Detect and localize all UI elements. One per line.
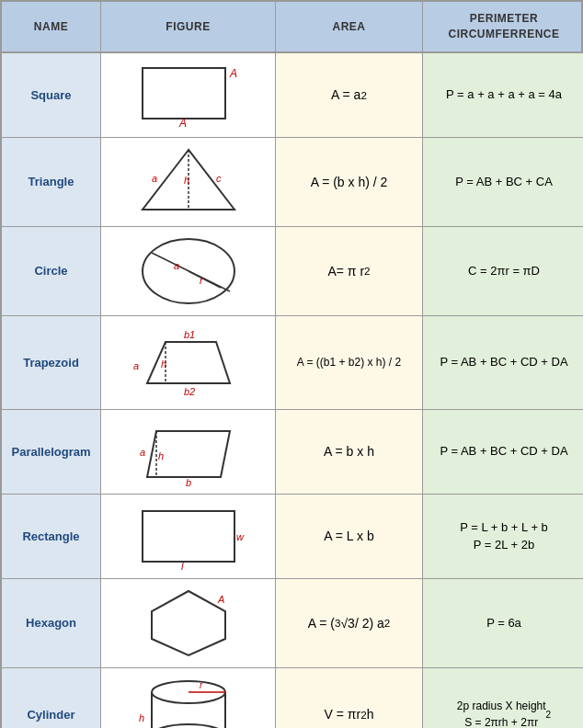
shape-name: Circle — [2, 227, 101, 315]
svg-text:A: A — [217, 594, 224, 605]
shape-figure: A A — [101, 53, 276, 137]
shape-figure: w l — [101, 495, 276, 578]
shape-perimeter: P = AB + BC + CA — [423, 138, 583, 226]
header-name: NAME — [2, 2, 101, 51]
shape-figure: r a — [101, 227, 276, 315]
table-header: NAME FIGURE AREA PERIMETERCIRCUMFERRENCE — [2, 2, 581, 53]
svg-text:a: a — [152, 173, 157, 184]
shape-perimeter: P = AB + BC + CD + DA — [423, 316, 583, 409]
svg-marker-13 — [147, 342, 230, 383]
svg-text:a: a — [133, 360, 139, 371]
svg-text:c: c — [216, 173, 222, 184]
svg-point-32 — [152, 724, 225, 728]
shape-figure: r h — [101, 668, 276, 728]
shape-name: Trapezoid — [2, 316, 101, 409]
svg-rect-24 — [143, 511, 234, 562]
shape-perimeter: P = L + b + L + bP = 2L + 2b — [423, 495, 583, 578]
svg-text:a: a — [174, 260, 179, 271]
svg-text:h: h — [139, 712, 144, 723]
shape-perimeter: P = AB + BC + CD + DA — [423, 410, 583, 494]
shape-name: Hexagon — [2, 579, 101, 667]
table-row: Cylinder r h V = πr2 h 2p radius X heigh… — [2, 668, 581, 728]
shape-name: Cylinder — [2, 668, 101, 728]
svg-text:r: r — [200, 275, 204, 286]
geometry-table: NAME FIGURE AREA PERIMETERCIRCUMFERRENCE… — [0, 0, 583, 728]
header-figure: FIGURE — [101, 2, 276, 51]
shape-figure: b1 b2 a h — [101, 316, 276, 409]
shape-figure: a h c — [101, 138, 276, 226]
svg-text:b: b — [186, 477, 191, 486]
svg-text:h: h — [161, 358, 166, 370]
svg-rect-0 — [143, 68, 225, 119]
header-perimeter: PERIMETERCIRCUMFERRENCE — [423, 2, 583, 51]
shape-area: A = ((b1 + b2) x h) / 2 — [276, 316, 423, 409]
svg-text:w: w — [236, 531, 245, 542]
shape-name: Square — [2, 53, 101, 137]
shape-area: A = L x b — [276, 495, 423, 578]
shape-figure: a h b — [101, 410, 276, 494]
table-row: Circle r a A= π r2 C = 2πr = πD — [2, 227, 581, 316]
shape-perimeter: P = 6a — [423, 579, 583, 667]
svg-text:h: h — [158, 450, 164, 461]
svg-text:A: A — [229, 67, 237, 80]
header-area: AREA — [276, 2, 423, 51]
svg-text:h: h — [184, 175, 189, 186]
svg-text:b2: b2 — [184, 386, 195, 397]
shape-area: A = a2 — [276, 53, 423, 137]
table-row: Triangle a h c A = (b x h) / 2 P = AB + … — [2, 138, 581, 227]
shape-figure: A — [101, 579, 276, 667]
svg-marker-27 — [152, 591, 225, 655]
shape-perimeter: C = 2πr = πD — [423, 227, 583, 315]
table-row: Rectangle w l A = L x b P = L + b + L + … — [2, 495, 581, 579]
table-row: Hexagon A A = (3√3/ 2) a2 P = 6a — [2, 579, 581, 668]
shape-name: Rectangle — [2, 495, 101, 578]
shape-area: A= π r2 — [276, 227, 423, 315]
shape-area: A = b x h — [276, 410, 423, 494]
table-row: Parallelogram a h b A = b x h P = AB + B… — [2, 410, 581, 495]
svg-text:a: a — [140, 447, 145, 458]
table-row: Trapezoid b1 b2 a h A = ((b1 + b2) x h) … — [2, 316, 581, 410]
shape-name: Triangle — [2, 138, 101, 226]
svg-text:A: A — [178, 117, 187, 130]
shape-perimeter: P = a + a + a + a = 4a — [423, 53, 583, 137]
shape-area: A = (b x h) / 2 — [276, 138, 423, 226]
table-row: Square A A A = a2 P = a + a + a + a = 4a — [2, 53, 581, 138]
shape-perimeter: 2p radius X heightS = 2πrh + 2πr2 — [423, 668, 583, 728]
svg-line-10 — [152, 253, 230, 291]
shape-name: Parallelogram — [2, 410, 101, 494]
shape-area: V = πr2 h — [276, 668, 423, 728]
shape-area: A = (3√3/ 2) a2 — [276, 579, 423, 667]
svg-text:b1: b1 — [184, 329, 195, 340]
